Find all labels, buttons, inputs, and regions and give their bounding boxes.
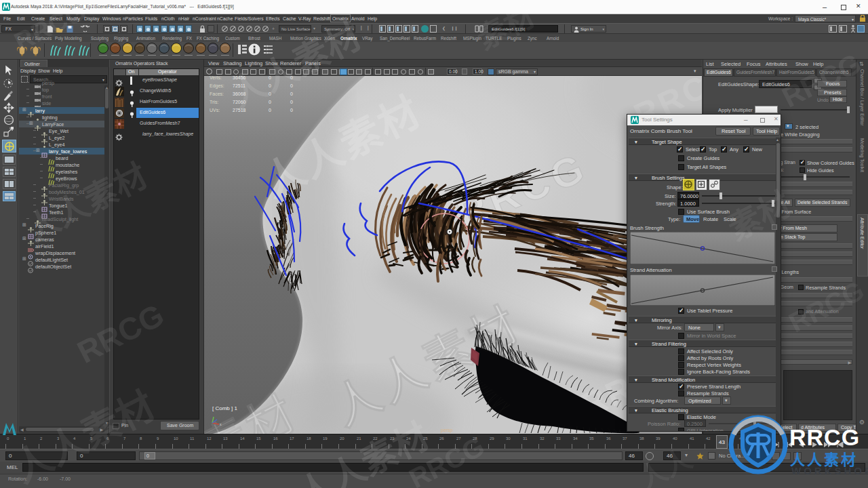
svg-text:0: 0 [290, 92, 293, 96]
svg-text:0: 0 [269, 100, 271, 104]
svg-text:36068: 36068 [233, 92, 246, 96]
svg-text:72511: 72511 [233, 83, 245, 88]
svg-text:0: 0 [290, 75, 293, 80]
svg-text:0: 0 [269, 83, 271, 88]
svg-text:Verts:: Verts: [210, 75, 222, 80]
svg-text:Edges:: Edges: [210, 83, 224, 89]
svg-text:Faces:: Faces: [210, 92, 224, 96]
svg-text:0: 0 [290, 108, 293, 113]
svg-text:[ Comb ] 1: [ Comb ] 1 [212, 405, 237, 411]
svg-text:27518: 27518 [233, 108, 246, 113]
svg-text:72060: 72060 [233, 100, 246, 104]
svg-text:0: 0 [269, 92, 271, 96]
svg-text:0: 0 [269, 75, 271, 80]
svg-text:0: 0 [290, 100, 293, 104]
svg-text:0: 0 [269, 108, 271, 113]
svg-text:36456: 36456 [233, 75, 246, 80]
svg-text:Tris:: Tris: [210, 100, 218, 104]
svg-text:UVs:: UVs: [210, 108, 220, 113]
svg-text:0: 0 [290, 83, 293, 88]
svg-text:persp: persp [441, 428, 453, 433]
